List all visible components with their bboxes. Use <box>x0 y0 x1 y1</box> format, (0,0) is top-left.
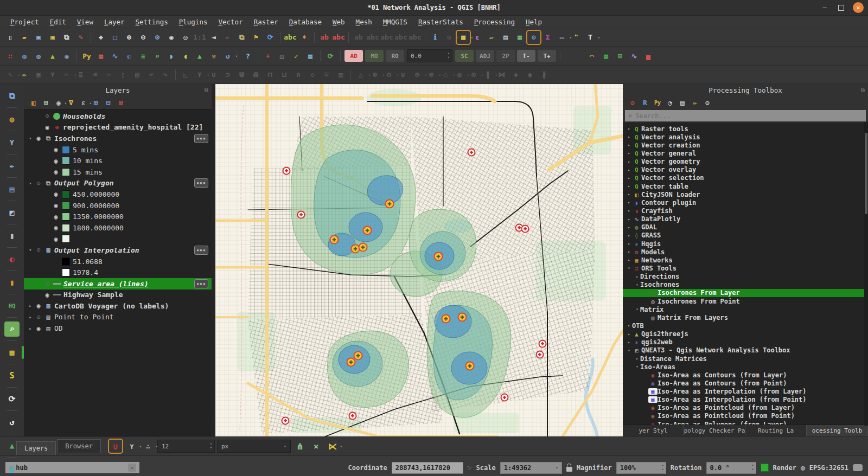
layer-item-reprojected-amenity-hospital-22[interactable]: ◉⊕reprojected_amenity_hospital [22] <box>24 122 212 133</box>
advanced-digitizing-button[interactable]: ◺ <box>179 68 192 81</box>
new-project-button[interactable]: ▯ <box>4 31 17 44</box>
merge-features-button[interactable]: ⊜▾ <box>382 68 395 81</box>
toolbox-item-iso-area-as-contours-from-layer[interactable]: ◉Iso-Area as Contours (from Layer) <box>623 371 868 379</box>
dataplotly-button[interactable]: ∿ <box>108 49 122 62</box>
layer-item-cartodb-voyager-no-labels[interactable]: ▸◉▦CartoDB Voyager (no labels) <box>24 300 212 312</box>
map-editor-plugin-icon[interactable]: ▦ <box>4 345 20 360</box>
menu-plugins[interactable]: Plugins <box>174 17 213 27</box>
expander-icon[interactable]: ▸ <box>626 241 632 246</box>
expander-icon[interactable]: ▸ <box>626 217 632 222</box>
menu-view[interactable]: View <box>72 17 98 27</box>
copy-move-feature-button[interactable]: ◍▾ <box>453 68 466 81</box>
crs-value[interactable]: EPSG:32651 <box>809 464 848 472</box>
qgis2threejs-button[interactable]: ▲ <box>46 49 59 62</box>
digitize-ADJ-button[interactable]: ADJ <box>476 50 494 62</box>
expander-icon[interactable]: ▸ <box>27 326 34 331</box>
visibility-eye-icon[interactable]: ◉ <box>34 325 43 332</box>
mouse-tracking-icon[interactable]: ☞ <box>468 464 472 472</box>
rotate-point-symbols-button[interactable]: ⊖▾ <box>411 68 424 81</box>
zoom-last-button[interactable]: ◄ <box>207 31 220 44</box>
bucket-plugin-icon[interactable]: ▮ <box>4 228 20 243</box>
grid-tool-button[interactable]: ▥ <box>334 68 347 81</box>
rotation-spinner[interactable]: 0.0 ° ▴▾ <box>706 462 756 474</box>
open-project-button[interactable]: ▰ <box>18 31 31 44</box>
minimize-button[interactable]: — <box>820 3 829 12</box>
toolbox-item-vector-general[interactable]: ▸QVector general <box>623 149 868 157</box>
offset-point-symbols-button[interactable]: ⊕▾ <box>425 68 438 81</box>
visibility-eye-icon[interactable]: ◉ <box>51 224 61 231</box>
expander-icon[interactable]: ▸ <box>626 192 632 197</box>
serval-raster-button[interactable]: ▦ <box>304 49 317 62</box>
zoom-next-button[interactable]: ► <box>221 31 234 44</box>
history-button-button[interactable]: ◔ <box>665 97 675 108</box>
python-console-button[interactable]: Py <box>80 49 93 62</box>
menu-web[interactable]: Web <box>328 17 350 27</box>
delete-selected-button[interactable]: ⌫ <box>88 68 101 81</box>
filter-by-expression-button[interactable]: ε▾ <box>78 97 89 108</box>
panel-tab-layers[interactable]: Layers <box>16 441 56 455</box>
expander-icon[interactable]: ▸ <box>626 200 632 205</box>
mmqgis-grid-button[interactable]: ▦ <box>94 49 107 62</box>
spin-arrows-icon[interactable]: ▴▾ <box>751 463 754 472</box>
snap-mode-vertex-button[interactable]: ⋎▾ <box>125 440 138 453</box>
visibility-eye-icon[interactable]: ⊘ <box>42 112 52 120</box>
hqgis-plugin-icon[interactable]: HQ <box>4 298 20 313</box>
label-pin-button[interactable]: ab <box>318 31 331 44</box>
paste-features-button[interactable]: ▤ <box>131 68 144 81</box>
refresh-plugin-icon[interactable]: ⟳ <box>4 391 20 407</box>
undock-icon[interactable]: ⧉ <box>205 87 208 93</box>
toolbox-item-gdal[interactable]: ▸◍GDAL <box>623 223 868 231</box>
refresh-map-button[interactable]: ⟳ <box>264 31 277 44</box>
vector-check-plugin-icon[interactable]: ◩ <box>4 205 20 220</box>
coordinate-field[interactable]: 288743,1617820 <box>392 462 463 474</box>
processing-search-input[interactable]: ⌕ Search... <box>625 110 866 121</box>
toolbox-item-qgis2threejs[interactable]: ▸▲Qgis2threejs <box>623 330 868 338</box>
attribute-refresh-button[interactable]: ⟳ <box>324 49 337 62</box>
undo-plugin-icon[interactable]: ↺ <box>4 415 20 430</box>
layer-item-highway-sample[interactable]: ◉Highway Sample <box>24 290 212 301</box>
toolbox-item-matrix-from-layers[interactable]: ▥Matrix From Layers <box>623 313 868 321</box>
pan-map-button[interactable]: ✥ <box>94 31 107 44</box>
visibility-eye-icon[interactable]: ⊘ <box>34 179 43 187</box>
save-project-button[interactable]: ▣ <box>32 31 45 44</box>
layer-item-1978-4[interactable]: 1978.4 <box>24 267 212 278</box>
pan-to-selection-button[interactable]: ▢ <box>108 31 122 44</box>
toolbox-item-hqgis[interactable]: ▸✳Hqgis <box>623 240 868 248</box>
copy-features-button[interactable]: ▯ <box>117 68 130 81</box>
open-layer-styling-button[interactable]: ◧ <box>28 97 39 108</box>
save-edits-button[interactable]: ▣ <box>32 68 45 81</box>
menu-raster[interactable]: Raster <box>249 17 283 27</box>
layout-manager-button[interactable]: ⧉ <box>60 31 73 44</box>
toolbox-item-iso-area-as-pointcloud-from-point[interactable]: ◉Iso-Area as Pointcloud (from Point) <box>623 412 868 420</box>
osm-tools-button[interactable]: ≋ <box>137 49 150 62</box>
globe-view-button[interactable]: ◐ <box>123 49 136 62</box>
field-calculator-button[interactable]: ▦ <box>513 31 526 44</box>
toolbox-item-isochrones-from-point[interactable]: ◎Isochrones From Point <box>623 297 868 305</box>
rotate-copy-button[interactable]: ⊙▾ <box>467 68 480 81</box>
menu-processing[interactable]: Processing <box>469 17 520 27</box>
enable-snapping-button[interactable]: ∪ <box>109 440 122 453</box>
current-edits-button[interactable]: ✎▾ <box>4 68 17 81</box>
ors-tools-button[interactable]: ∷ <box>4 49 17 62</box>
hospital-marker[interactable] <box>537 351 544 358</box>
chip-plugin-icon[interactable]: ▤ <box>4 182 20 197</box>
digitize-RO-button[interactable]: RO <box>386 50 404 62</box>
hospital-marker-selected[interactable] <box>458 313 467 321</box>
zoom-to-layer-button[interactable]: ◎ <box>179 31 192 44</box>
menu-layer[interactable]: Layer <box>99 17 130 27</box>
layer-item-isochrones[interactable]: ▾◉⧉Isochrones▪▪▪ <box>24 133 212 144</box>
layer-labeling-button[interactable]: abc <box>284 31 297 44</box>
modify-attributes-button[interactable]: ≣ <box>74 68 87 81</box>
menu-settings[interactable]: Settings <box>131 17 173 27</box>
visibility-eye-icon[interactable]: ◉ <box>51 190 61 198</box>
digitize-T-minus-button[interactable]: T- <box>517 50 535 62</box>
hospital-marker[interactable] <box>298 211 305 218</box>
toolbox-item-vector-analysis[interactable]: ▸QVector analysis <box>623 133 868 141</box>
feather-plugin-icon[interactable]: ✒ <box>4 158 20 173</box>
hospital-marker-selected[interactable] <box>330 236 339 244</box>
metasearch-button[interactable]: ◍ <box>18 49 31 62</box>
expander-icon[interactable]: ▸ <box>626 143 632 147</box>
ph-locator-plugin-icon[interactable]: ◐ <box>4 252 20 267</box>
visibility-eye-icon[interactable]: ◉ <box>51 235 61 243</box>
expander-icon[interactable]: ▸ <box>27 303 34 308</box>
